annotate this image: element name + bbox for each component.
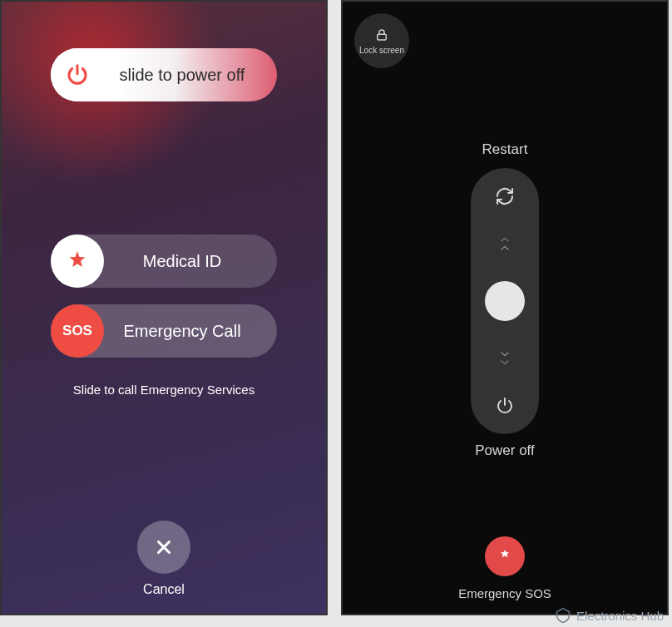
restart-label: Restart [343,141,667,158]
chevron-down-icon [497,350,512,367]
emergency-call-label: Emergency Call [104,322,277,341]
watermark-icon [555,607,571,624]
watermark-text: Electronics Hub [576,609,664,623]
slide-to-power-off[interactable]: slide to power off [51,48,277,101]
lock-screen-button[interactable]: Lock screen [354,13,409,68]
sos-knob[interactable]: SOS [51,304,104,358]
emergency-sos-group: Emergency SOS [343,536,667,600]
cancel-button[interactable] [137,521,190,574]
emergency-sos-label: Emergency SOS [458,586,551,600]
restart-icon [495,186,515,206]
cancel-label: Cancel [143,582,185,597]
power-off-label: Power off [343,442,667,459]
medical-id-label: Medical ID [104,252,277,271]
power-icon[interactable] [51,48,104,101]
chevron-up-icon [497,235,512,252]
emergency-call-slider[interactable]: SOS Emergency Call [51,304,277,358]
cancel-group: Cancel [137,521,190,597]
close-icon [153,536,175,558]
slider-handle[interactable] [485,281,525,321]
medical-icon[interactable] [51,235,104,288]
svg-rect-0 [378,34,387,40]
android-power-menu: Lock screen Restart P [341,0,669,615]
ios-power-off-screen: slide to power off Medical ID SOS Emerge… [0,0,328,615]
sos-icon [497,548,513,565]
lock-icon [374,27,389,42]
lock-screen-label: Lock screen [359,46,404,55]
power-slider-pill[interactable] [471,168,539,434]
emergency-subtext: Slide to call Emergency Services [73,383,254,397]
medical-id-slider[interactable]: Medical ID [51,235,277,288]
power-icon [495,396,515,416]
emergency-sos-button[interactable] [485,536,525,576]
watermark: Electronics Hub [555,607,664,624]
power-slider-label: slide to power off [104,66,277,85]
